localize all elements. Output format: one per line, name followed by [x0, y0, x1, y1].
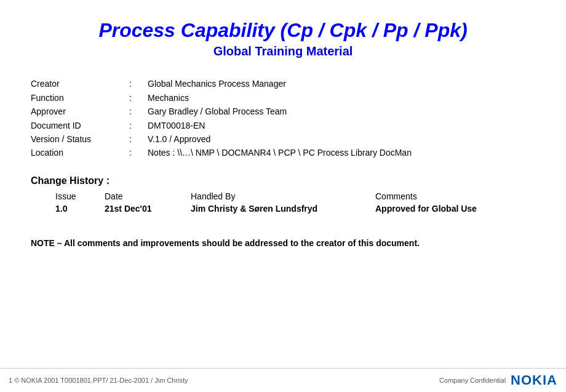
- row1-comments: Approved for Global Use: [375, 204, 535, 214]
- change-history-title: Change History :: [31, 175, 535, 186]
- col-header-comments: Comments: [375, 191, 535, 201]
- metadata-row-docid: Document ID : DMT00018-EN: [31, 119, 535, 132]
- row1-date: 21st Dec'01: [105, 204, 191, 214]
- metadata-colon-approver: :: [129, 105, 148, 118]
- metadata-value-version: V.1.0 / Approved: [148, 132, 535, 146]
- col-header-handled: Handled By: [191, 191, 375, 201]
- col-header-date: Date: [105, 191, 191, 201]
- col-header-issue: Issue: [55, 191, 105, 201]
- metadata-label-location: Location: [31, 146, 129, 159]
- metadata-label-version: Version / Status: [31, 132, 129, 146]
- metadata-colon-docid: :: [129, 119, 148, 132]
- metadata-row-function: Function : Mechanics: [31, 91, 535, 105]
- main-title: Process Capability (Cp / Cpk / Pp / Ppk): [31, 18, 535, 42]
- nokia-logo: NOKIA: [511, 372, 557, 388]
- footer-company-confidential: Company Confidential: [439, 377, 506, 384]
- metadata-label-docid: Document ID: [31, 119, 129, 132]
- slide-footer: 1 © NOKIA 2001 T0001801.PPT/ 21-Dec-2001…: [0, 368, 566, 392]
- metadata-label-creator: Creator: [31, 77, 129, 90]
- metadata-value-creator: Global Mechanics Process Manager: [148, 77, 535, 90]
- metadata-colon-location: :: [129, 146, 148, 159]
- slide-content: Process Capability (Cp / Cpk / Pp / Ppk)…: [0, 0, 566, 368]
- note-section: NOTE – All comments and improvements sho…: [31, 238, 535, 248]
- note-text: NOTE – All comments and improvements sho…: [31, 238, 535, 248]
- sub-title: Global Training Material: [31, 44, 535, 58]
- change-history: Change History : Issue Date Handled By C…: [31, 175, 535, 214]
- metadata-row-location: Location : Notes : \\…\ NMP \ DOCMANR4 \…: [31, 146, 535, 159]
- metadata-value-function: Mechanics: [148, 91, 535, 105]
- metadata-colon-function: :: [129, 91, 148, 105]
- metadata-value-docid: DMT00018-EN: [148, 119, 535, 132]
- footer-left-text: 1 © NOKIA 2001 T0001801.PPT/ 21-Dec-2001…: [9, 377, 188, 384]
- metadata-row-approver: Approver : Gary Bradley / Global Process…: [31, 105, 535, 118]
- slide: Process Capability (Cp / Cpk / Pp / Ppk)…: [0, 0, 566, 392]
- row1-issue: 1.0: [55, 204, 105, 214]
- change-history-row-1: 1.0 21st Dec'01 Jim Christy & Søren Lund…: [31, 204, 535, 214]
- nokia-text: NOKIA: [511, 372, 557, 388]
- metadata-colon-version: :: [129, 132, 148, 146]
- metadata-table: Creator : Global Mechanics Process Manag…: [31, 77, 535, 159]
- metadata-label-approver: Approver: [31, 105, 129, 118]
- metadata-value-approver: Gary Bradley / Global Process Team: [148, 105, 535, 118]
- metadata-colon-creator: :: [129, 77, 148, 90]
- metadata-row-creator: Creator : Global Mechanics Process Manag…: [31, 77, 535, 90]
- change-history-header: Issue Date Handled By Comments: [31, 191, 535, 201]
- footer-right: Company Confidential NOKIA: [439, 372, 557, 388]
- metadata-label-function: Function: [31, 91, 129, 105]
- title-section: Process Capability (Cp / Cpk / Pp / Ppk)…: [31, 18, 535, 58]
- metadata-row-version: Version / Status : V.1.0 / Approved: [31, 132, 535, 146]
- metadata-value-location: Notes : \\…\ NMP \ DOCMANR4 \ PCP \ PC P…: [148, 146, 535, 159]
- row1-handled: Jim Christy & Søren Lundsfryd: [191, 204, 375, 214]
